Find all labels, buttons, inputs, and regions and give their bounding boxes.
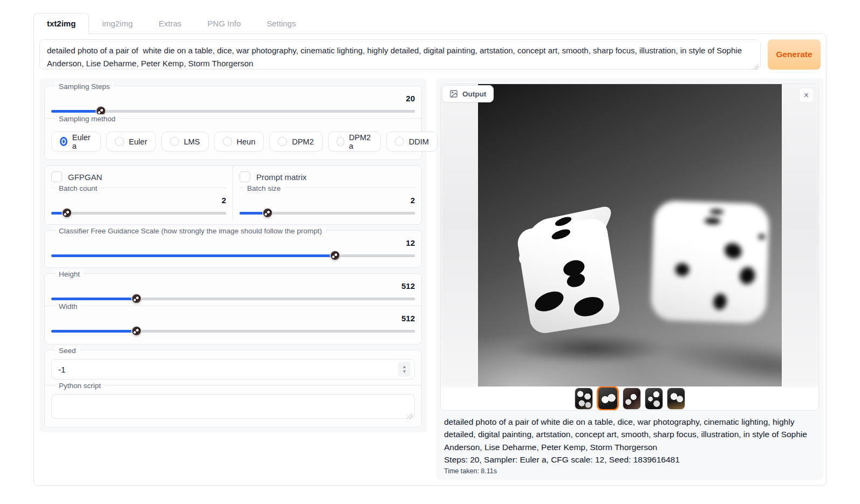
- sampling-method-option-heun[interactable]: Heun: [214, 132, 264, 151]
- output-column: Output ×: [436, 78, 823, 480]
- tab-extras[interactable]: Extras: [146, 13, 195, 33]
- seed-input-wrap: ▲▼: [51, 359, 415, 379]
- seed-input[interactable]: [58, 365, 398, 374]
- prompt-row: detailed photo of a pair of white die on…: [39, 39, 821, 72]
- radio-label: DPM2 a: [349, 133, 372, 150]
- output-gallery: Output ×: [440, 84, 819, 411]
- slider-thumb[interactable]: [263, 208, 272, 218]
- txt2img-panel: detailed photo of a pair of white die on…: [33, 33, 827, 486]
- dimensions-panel: Height 512 Width 512: [44, 273, 422, 344]
- sampling-method-label: Sampling method: [55, 114, 119, 123]
- output-header: Output: [442, 85, 494, 102]
- die-left: [516, 217, 622, 335]
- cfg-scale-label: Classifier Free Guidance Scale (how stro…: [55, 226, 326, 236]
- radio-label: Euler a: [72, 133, 92, 150]
- output-header-label: Output: [462, 90, 486, 98]
- batch-count-value: 2: [51, 196, 226, 205]
- caption-params: Steps: 20, Sampler: Euler a, CFG scale: …: [444, 453, 815, 466]
- slider-thumb[interactable]: [132, 326, 141, 336]
- stepper-down-icon[interactable]: ▼: [402, 369, 406, 374]
- sampling-method-option-ddim[interactable]: DDIM: [386, 132, 438, 151]
- radio-label: Euler: [129, 137, 147, 146]
- radio-icon[interactable]: [395, 137, 404, 146]
- batch-size-label: Batch size: [243, 184, 284, 193]
- gfpgan-checkbox[interactable]: [51, 171, 62, 182]
- seed-panel: Seed ▲▼ Python script: [44, 350, 422, 427]
- radio-label: LMS: [184, 137, 200, 146]
- settings-column: Sampling Steps 20 Sampling method Euler …: [39, 78, 427, 432]
- slider-thumb[interactable]: [62, 208, 72, 218]
- radio-icon[interactable]: [223, 137, 232, 146]
- batch-panel: GFPGAN Prompt matrix Batch count 2: [44, 165, 422, 225]
- thumbnail-dice-rolling-result-5[interactable]: [667, 388, 685, 410]
- thumbnail-dice-grid-result-1[interactable]: [575, 388, 593, 410]
- sampling-method-options: Euler aEulerLMSHeunDPM2DPM2 aDDIMPLMS: [51, 128, 415, 154]
- sampling-steps-value: 20: [51, 94, 415, 103]
- image-icon: [449, 89, 458, 98]
- gfpgan-label: GFPGAN: [68, 172, 102, 182]
- radio-icon[interactable]: [170, 137, 179, 146]
- close-icon[interactable]: ×: [799, 88, 814, 102]
- height-value: 512: [51, 281, 415, 291]
- tab-img2img[interactable]: img2img: [89, 13, 146, 33]
- sampling-steps-label: Sampling Steps: [55, 82, 114, 91]
- tab-bar: txt2imgimg2imgExtrasPNG InfoSettings: [33, 13, 827, 33]
- thumbnail-strip: [441, 386, 818, 410]
- width-label: Width: [55, 302, 81, 311]
- sampling-method-option-dpm2[interactable]: DPM2: [269, 132, 322, 151]
- radio-label: Heun: [237, 137, 256, 146]
- sampling-method-option-euler[interactable]: Euler: [106, 132, 156, 151]
- python-script-input[interactable]: [51, 394, 415, 419]
- sampling-method-option-lms[interactable]: LMS: [161, 132, 209, 151]
- thumbnail-dice-table-result-3[interactable]: [623, 388, 641, 410]
- thumbnail-dice-scatter-result-4[interactable]: [645, 388, 663, 410]
- batch-size-slider[interactable]: [240, 208, 415, 218]
- caption-prompt: detailed photo of a pair of white die on…: [444, 416, 815, 453]
- radio-icon[interactable]: [60, 137, 67, 146]
- die-shadow: [511, 334, 669, 364]
- cfg-scale-value: 12: [51, 238, 415, 247]
- seed-label: Seed: [55, 346, 80, 355]
- die-shadow: [649, 328, 781, 386]
- radio-label: DDIM: [409, 137, 429, 146]
- prompt-matrix-checkbox[interactable]: [240, 171, 250, 182]
- radio-label: DPM2: [292, 137, 313, 146]
- width-value: 512: [51, 314, 415, 323]
- prompt-input[interactable]: detailed photo of a pair of white die on…: [39, 39, 761, 70]
- slider-thumb[interactable]: [330, 251, 340, 260]
- prompt-matrix-label: Prompt matrix: [256, 172, 306, 182]
- width-slider[interactable]: [51, 326, 415, 336]
- number-stepper[interactable]: ▲▼: [398, 362, 411, 377]
- stable-diffusion-webui: txt2imgimg2imgExtrasPNG InfoSettings det…: [33, 13, 827, 486]
- height-label: Height: [55, 270, 84, 279]
- radio-icon[interactable]: [278, 137, 287, 146]
- python-script-label: Python script: [55, 381, 105, 390]
- batch-count-slider[interactable]: [51, 208, 226, 218]
- generate-button[interactable]: Generate: [768, 39, 821, 70]
- sampling-method-option-euler-a[interactable]: Euler a: [51, 132, 101, 151]
- caption-time: Time taken: 8.11s: [444, 467, 815, 475]
- batch-size-value: 2: [240, 196, 415, 205]
- generated-image: [478, 84, 782, 386]
- sampling-panel: Sampling Steps 20 Sampling method Euler …: [44, 86, 422, 160]
- tab-settings[interactable]: Settings: [254, 13, 309, 33]
- tab-png-info[interactable]: PNG Info: [195, 13, 254, 33]
- radio-icon[interactable]: [115, 137, 124, 146]
- slider-thumb[interactable]: [132, 294, 141, 303]
- radio-icon[interactable]: [337, 137, 344, 146]
- cfg-scale-slider[interactable]: [51, 251, 415, 260]
- die-right: [650, 200, 770, 323]
- batch-count-label: Batch count: [55, 184, 101, 193]
- sampling-method-option-dpm2-a[interactable]: DPM2 a: [328, 132, 381, 151]
- generation-info: detailed photo of a pair of white die on…: [440, 411, 819, 475]
- tab-txt2img[interactable]: txt2img: [33, 13, 89, 34]
- image-stage: [441, 84, 818, 386]
- cfg-panel: Classifier Free Guidance Scale (how stro…: [44, 230, 422, 268]
- height-slider[interactable]: [51, 294, 415, 303]
- thumbnail-dice-pair-result-2[interactable]: [597, 386, 619, 411]
